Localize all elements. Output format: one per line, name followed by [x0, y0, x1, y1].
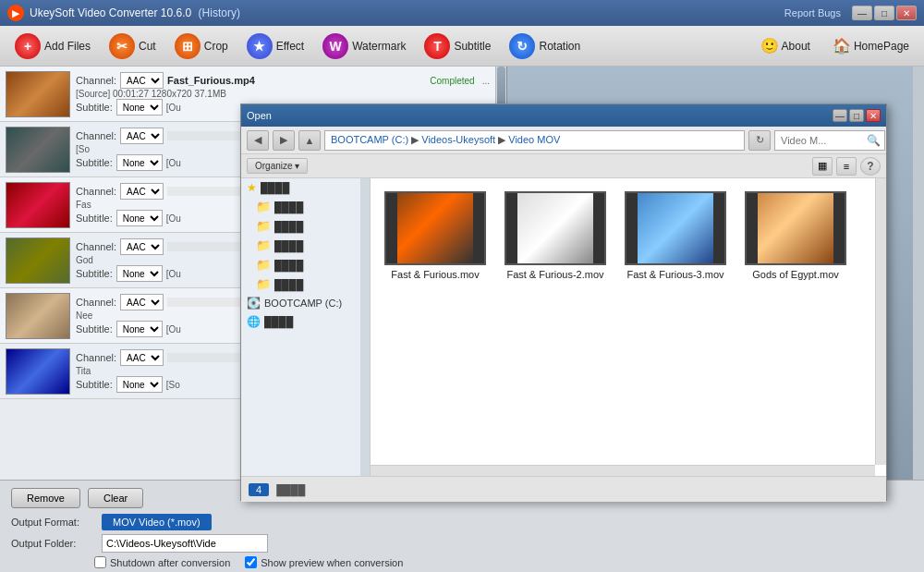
- fb-file-thumbnail: [384, 191, 486, 265]
- close-button[interactable]: ✕: [896, 6, 917, 20]
- about-icon: 🙂: [760, 37, 779, 55]
- fb-sidebar-network[interactable]: 🌐 ████: [241, 312, 370, 331]
- subtitle-select[interactable]: None: [116, 265, 163, 282]
- preview-checkbox-label[interactable]: Show preview when conversion: [245, 556, 403, 568]
- report-bugs-link[interactable]: Report Bugs: [784, 7, 841, 18]
- fb-back-button[interactable]: ◀: [247, 130, 269, 151]
- fb-sidebar-scrollbar[interactable]: [360, 178, 370, 476]
- about-button[interactable]: 🙂 About: [753, 33, 818, 58]
- subtitle-label: Subtitle: [454, 40, 491, 53]
- fb-thumb-image: [758, 193, 833, 263]
- fb-file-item[interactable]: Fast & Furious.mov: [380, 188, 491, 284]
- file-thumbnail: [6, 348, 70, 395]
- channel-select[interactable]: AAC: [120, 72, 164, 89]
- channel-label: Channel:: [76, 130, 116, 141]
- fb-sidebar-item-3-label: ████: [274, 240, 303, 251]
- fb-status-text: ████: [276, 484, 305, 495]
- fb-file-item[interactable]: Gods of Egypt.mov: [740, 188, 851, 284]
- fb-sidebar-item-4[interactable]: 📁 ████: [241, 255, 370, 274]
- fb-maximize-button[interactable]: □: [849, 109, 864, 122]
- channel-label: Channel:: [76, 75, 116, 86]
- preview-label: Show preview when conversion: [261, 557, 403, 568]
- shutdown-checkbox[interactable]: [94, 556, 106, 568]
- output-format-button[interactable]: MOV Video (*.mov): [102, 514, 212, 530]
- channel-select[interactable]: AAC: [120, 238, 164, 255]
- drive-icon: 💽: [247, 297, 261, 310]
- add-files-button[interactable]: + Add Files: [7, 30, 98, 63]
- fb-vertical-scrollbar[interactable]: [875, 178, 886, 465]
- clear-button[interactable]: Clear: [88, 488, 143, 508]
- fb-sidebar-item-4-label: ████: [274, 260, 303, 271]
- fb-title: Open: [247, 110, 833, 121]
- path-video-mov[interactable]: Video MOV: [508, 134, 560, 145]
- folder-icon-3: 📁: [256, 238, 271, 252]
- fb-refresh-button[interactable]: ↻: [748, 130, 771, 151]
- subtitle-icon: T: [424, 33, 450, 59]
- channel-label: Channel:: [76, 297, 116, 308]
- fb-sidebar-bootcamp[interactable]: 💽 BOOTCAMP (C:): [241, 294, 370, 312]
- fb-close-button[interactable]: ✕: [866, 109, 881, 122]
- path-bootcamp[interactable]: BOOTCAMP (C:): [331, 134, 408, 145]
- fb-file-item[interactable]: Fast & Furious-3.mov: [620, 188, 731, 284]
- fb-help-button[interactable]: ?: [860, 157, 881, 176]
- fb-forward-button[interactable]: ▶: [273, 130, 295, 151]
- maximize-button[interactable]: □: [874, 6, 894, 20]
- main-area: Channel: AAC Fast_Furious.mp4 Completed …: [0, 67, 924, 572]
- fb-sidebar-item-1[interactable]: 📁 ████: [241, 197, 370, 216]
- channel-label: Channel:: [76, 241, 116, 252]
- fb-sidebar-item-favorites[interactable]: ★ ████: [241, 178, 370, 197]
- fb-search-icon: 🔍: [867, 134, 881, 147]
- crop-icon: ⊞: [175, 33, 201, 59]
- fb-sidebar-item-3[interactable]: 📁 ████: [241, 236, 370, 255]
- fb-minimize-button[interactable]: —: [833, 109, 847, 122]
- preview-checkbox[interactable]: [245, 556, 257, 568]
- fb-sidebar-item-1-label: ████: [274, 201, 303, 213]
- fb-view-button2[interactable]: ≡: [836, 157, 857, 176]
- output-format-label: Output Format:: [11, 517, 94, 528]
- fb-file-item[interactable]: Fast & Furious-2.mov: [500, 188, 611, 284]
- shutdown-checkbox-label[interactable]: Shutdown after conversion: [94, 556, 230, 568]
- fb-sidebar-item-2[interactable]: 📁 ████: [241, 216, 370, 236]
- effect-label: Effect: [276, 40, 304, 53]
- homepage-button[interactable]: 🏠 HomePage: [825, 33, 917, 58]
- subtitle-select[interactable]: None: [116, 321, 163, 337]
- output-folder-input[interactable]: [102, 534, 268, 553]
- remove-button[interactable]: Remove: [11, 488, 80, 508]
- cut-icon: ✂: [109, 33, 135, 59]
- fb-horizontal-scrollbar[interactable]: [371, 465, 875, 476]
- channel-select[interactable]: AAC: [120, 294, 164, 310]
- fb-files-grid: Fast & Furious.mov Fast & Furious-2.mov …: [371, 178, 886, 293]
- watermark-icon: W: [322, 33, 348, 59]
- minimize-button[interactable]: —: [852, 6, 872, 20]
- subtitle-select[interactable]: None: [116, 154, 163, 171]
- channel-select[interactable]: AAC: [120, 349, 164, 366]
- subtitle-select[interactable]: None: [116, 99, 163, 116]
- effect-button[interactable]: ★ Effect: [239, 30, 311, 63]
- subtitle-button[interactable]: T Subtitle: [417, 30, 498, 63]
- fb-main-area: Fast & Furious.mov Fast & Furious-2.mov …: [371, 178, 886, 476]
- channel-select[interactable]: AAC: [120, 183, 164, 200]
- fb-address-toolbar: ◀ ▶ ▲ BOOTCAMP (C:) ▶ Videos-Ukeysoft ▶ …: [241, 127, 886, 154]
- path-videos-ukeysoft[interactable]: Videos-Ukeysoft: [421, 134, 495, 145]
- fb-up-button[interactable]: ▲: [298, 130, 321, 151]
- fb-address-bar[interactable]: BOOTCAMP (C:) ▶ Videos-Ukeysoft ▶ Video …: [324, 130, 745, 151]
- star-icon: ★: [247, 181, 257, 194]
- subtitle-select[interactable]: None: [116, 376, 163, 393]
- channel-select[interactable]: AAC: [120, 128, 164, 144]
- subtitle-select[interactable]: None: [116, 210, 163, 226]
- fb-view-button[interactable]: ▦: [812, 157, 833, 176]
- crop-button[interactable]: ⊞ Crop: [167, 30, 236, 63]
- file-thumbnail: [6, 71, 70, 117]
- fb-file-count: 4: [249, 483, 269, 496]
- main-toolbar: + Add Files ✂ Cut ⊞ Crop ★ Effect W Wate…: [0, 26, 924, 67]
- add-files-icon: +: [15, 33, 41, 59]
- folder-icon-4: 📁: [256, 258, 271, 272]
- preview-scrollbar[interactable]: [913, 67, 924, 480]
- fb-organize-button[interactable]: Organize ▾: [247, 158, 308, 174]
- fb-sidebar-item-5[interactable]: 📁 ████: [241, 274, 370, 294]
- cut-button[interactable]: ✂ Cut: [102, 30, 164, 63]
- file-status: Completed: [430, 76, 474, 86]
- rotation-button[interactable]: ↻ Rotation: [502, 30, 588, 63]
- app-title-text: UkeySoft Video Converter 10.6.0: [30, 6, 191, 19]
- watermark-button[interactable]: W Watermark: [315, 30, 413, 63]
